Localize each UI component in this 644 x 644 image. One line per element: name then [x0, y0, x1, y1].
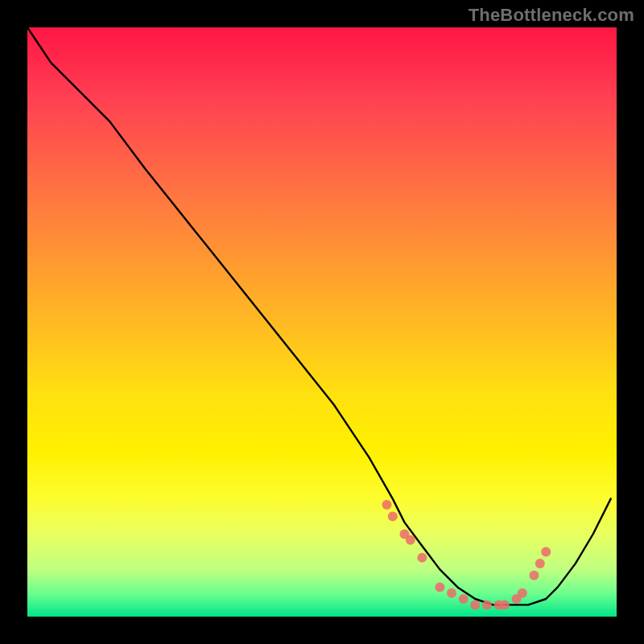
dot-marker [470, 600, 480, 609]
dot-marker [459, 594, 469, 604]
chart-frame: TheBottleneck.com [0, 0, 644, 644]
curve-line [27, 27, 611, 605]
dot-marker [482, 600, 492, 609]
dot-marker [382, 500, 392, 510]
plot-area [27, 27, 617, 617]
dot-marker [388, 512, 398, 522]
dot-marker [417, 553, 427, 563]
dot-marker [406, 535, 415, 545]
dot-marker [541, 547, 551, 557]
watermark-text: TheBottleneck.com [469, 5, 634, 26]
dot-marker [530, 571, 539, 580]
dot-marker [447, 588, 456, 598]
dot-marker [435, 582, 444, 592]
dot-marker [518, 588, 527, 598]
dot-marker [500, 600, 510, 609]
chart-overlay [27, 27, 617, 617]
dot-marker [535, 559, 545, 568]
